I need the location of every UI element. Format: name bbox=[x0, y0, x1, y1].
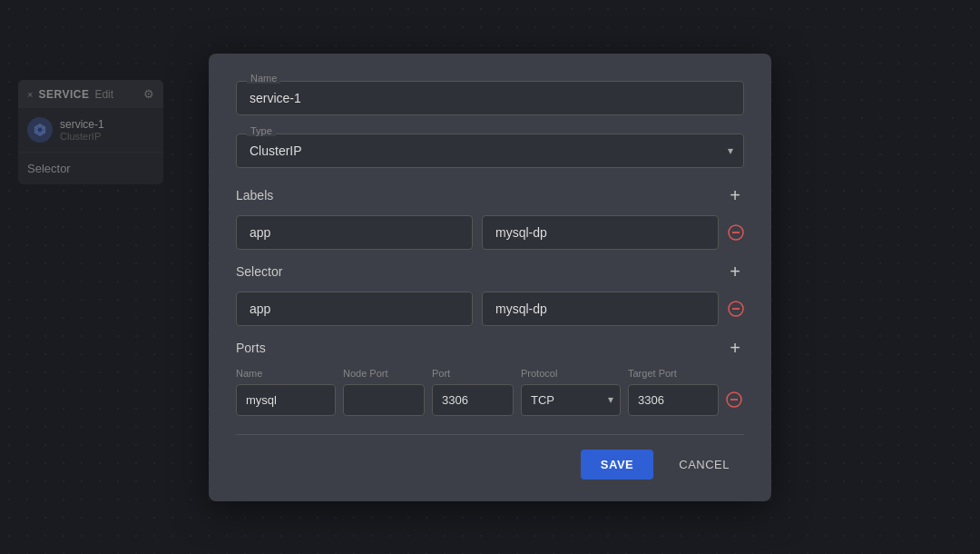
ports-section: Ports + Name Node Port Port Protocol Tar… bbox=[236, 339, 744, 416]
protocol-select[interactable]: TCP UDP SCTP bbox=[521, 384, 621, 416]
labels-title: Labels bbox=[236, 188, 273, 203]
modal-footer: SAVE CANCEL bbox=[236, 434, 744, 480]
selector-remove-button[interactable] bbox=[728, 301, 744, 317]
ports-title: Ports bbox=[236, 341, 266, 355]
ports-col-nodeport: Node Port bbox=[343, 368, 425, 379]
selector-title: Selector bbox=[236, 264, 282, 279]
port-name-input[interactable] bbox=[236, 384, 336, 416]
selector-value-input[interactable] bbox=[482, 292, 719, 326]
modal-overlay: Name Type ClusterIP NodePort LoadBalance… bbox=[0, 0, 980, 554]
name-field-group: Name bbox=[236, 81, 744, 115]
type-field-label: Type bbox=[247, 125, 276, 136]
selector-key-input[interactable] bbox=[236, 292, 473, 326]
selector-remove-icon bbox=[728, 301, 744, 317]
ports-section-header: Ports + bbox=[236, 339, 744, 357]
selector-add-button[interactable]: + bbox=[726, 262, 744, 281]
labels-add-button[interactable]: + bbox=[726, 186, 744, 204]
port-remove-button[interactable] bbox=[726, 391, 742, 408]
name-input[interactable] bbox=[236, 81, 744, 115]
labels-section-header: Labels + bbox=[236, 186, 744, 204]
ports-col-protocol: Protocol bbox=[521, 368, 621, 379]
selector-row bbox=[236, 292, 744, 326]
labels-value-input[interactable] bbox=[482, 215, 719, 250]
ports-col-name: Name bbox=[236, 368, 336, 379]
type-field-group: Type ClusterIP NodePort LoadBalancer Ext… bbox=[236, 134, 744, 168]
port-nodeport-input[interactable] bbox=[343, 384, 425, 416]
selector-section-header: Selector + bbox=[236, 262, 744, 281]
ports-row: TCP UDP SCTP ▾ bbox=[236, 384, 744, 416]
labels-remove-button[interactable] bbox=[728, 224, 744, 241]
port-remove-icon bbox=[726, 391, 742, 408]
ports-col-targetport: Target Port bbox=[628, 368, 719, 379]
cancel-button[interactable]: CANCEL bbox=[664, 450, 744, 480]
labels-row bbox=[236, 215, 744, 250]
protocol-select-wrapper: TCP UDP SCTP ▾ bbox=[521, 384, 621, 416]
labels-key-input[interactable] bbox=[236, 215, 473, 250]
ports-add-button[interactable]: + bbox=[726, 339, 744, 357]
ports-column-headers: Name Node Port Port Protocol Target Port bbox=[236, 368, 744, 379]
modal-dialog: Name Type ClusterIP NodePort LoadBalance… bbox=[209, 54, 771, 501]
remove-circle-icon bbox=[728, 224, 744, 241]
port-port-input[interactable] bbox=[432, 384, 514, 416]
type-select[interactable]: ClusterIP NodePort LoadBalancer External… bbox=[236, 134, 744, 168]
port-targetport-input[interactable] bbox=[628, 384, 719, 416]
name-field-label: Name bbox=[247, 73, 280, 84]
type-select-wrapper: ClusterIP NodePort LoadBalancer External… bbox=[236, 134, 744, 168]
ports-col-port: Port bbox=[432, 368, 514, 379]
save-button[interactable]: SAVE bbox=[581, 450, 653, 480]
